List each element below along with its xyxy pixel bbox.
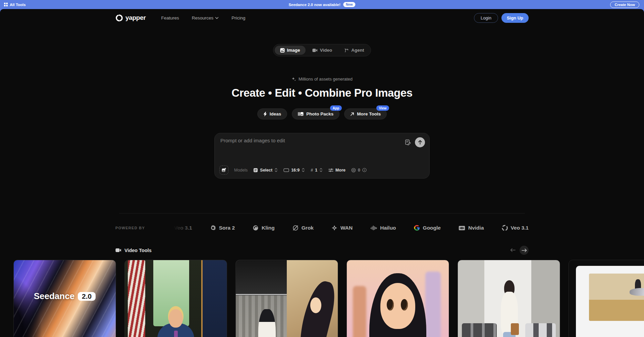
photo-packs-icon [298, 112, 304, 116]
enhance-prompt-icon[interactable] [405, 139, 411, 146]
hero-eyebrow: Millions of assets generated [0, 77, 644, 82]
card-art-figure [169, 309, 183, 328]
card-art-anime [287, 260, 338, 337]
nvidia-icon [459, 226, 465, 231]
banner-message: Seedance 2.0 now available! [288, 3, 340, 7]
unfold-icon [274, 168, 278, 172]
video-card-presidential-address[interactable] [124, 260, 227, 337]
veo-icon [165, 225, 171, 231]
video-card-seedance[interactable]: Seedance 2.0 [13, 260, 116, 337]
video-card-street-fashion[interactable] [458, 260, 560, 337]
card-art-cars [525, 323, 556, 337]
nav-links: Features Resources Pricing [161, 15, 246, 20]
brand-veo-2: Veo 3.1 [502, 225, 529, 231]
seedance-name: Seedance [34, 291, 74, 301]
nav-item-pricing[interactable]: Pricing [231, 15, 245, 20]
video-tools-title: Video Tools [115, 248, 152, 253]
google-icon [414, 225, 420, 231]
card-art-figure [635, 279, 641, 293]
card-art-figure [157, 323, 194, 337]
card-art-figure [380, 283, 415, 329]
card-art-figure [174, 331, 178, 337]
video-card-video-editor[interactable] [569, 260, 644, 337]
generate-button[interactable] [415, 137, 425, 147]
card-art-editor-panel [576, 266, 644, 337]
logo[interactable]: yapper [115, 14, 146, 22]
brand-google: Google [414, 225, 441, 231]
brand-grok: Grok [292, 225, 314, 231]
video-icon [312, 48, 318, 52]
brand-logo-strip: Veo 3.1 Sora 2 Kling Grok WAN Hailuo [165, 225, 529, 231]
login-button[interactable]: Login [474, 13, 498, 23]
image-plus-icon [222, 168, 226, 172]
credits-indicator: 0 [351, 168, 367, 173]
image-count-value: 1 [315, 168, 317, 173]
sparkles-icon [291, 77, 296, 82]
aspect-ratio-select[interactable]: 16:9 [283, 168, 305, 173]
video-card-dance-to-anime[interactable] [235, 260, 338, 337]
sora-icon [210, 225, 216, 231]
signup-button[interactable]: Sign Up [501, 13, 529, 23]
all-tools-label: All Tools [10, 3, 26, 7]
seedance-label: Seedance 2.0 [14, 291, 116, 301]
video-camera-icon [115, 248, 121, 252]
card-art-window [153, 260, 189, 326]
carousel-next-button[interactable] [520, 246, 529, 255]
create-now-button[interactable]: Create Now [610, 1, 639, 8]
bolt-icon [263, 112, 267, 116]
more-label: More [335, 168, 345, 173]
brand-wan: WAN [331, 225, 353, 231]
prompt-input[interactable] [220, 138, 378, 158]
veo-icon [502, 225, 508, 231]
tab-image[interactable]: Image [275, 46, 306, 55]
chevron-down-icon [215, 17, 219, 19]
card-art-figure [310, 297, 321, 313]
mode-tabs: Image Video Agent [273, 44, 371, 56]
card-art-editor-video [589, 274, 644, 321]
nav-item-features[interactable]: Features [161, 15, 179, 20]
page-title: Create • Edit • Combine Pro Images [0, 87, 644, 99]
model-select[interactable]: Select [253, 168, 278, 173]
tab-agent[interactable]: Agent [339, 46, 369, 55]
video-card-3d-character[interactable] [346, 260, 449, 337]
carousel-prev-button[interactable] [510, 247, 516, 253]
grok-icon [292, 225, 299, 231]
hash-icon: # [311, 168, 313, 173]
more-settings-button[interactable]: More [328, 168, 345, 173]
unfold-icon [302, 168, 305, 172]
image-count-stepper[interactable]: # 1 [311, 168, 323, 173]
yapper-logo-icon [115, 14, 123, 22]
brand-sora: Sora 2 [210, 225, 235, 231]
model-stack-icon [253, 168, 258, 173]
brand-veo: Veo 3.1 [165, 225, 192, 231]
arrow-up-right-icon [350, 112, 354, 116]
ideas-button[interactable]: Ideas [257, 108, 287, 119]
card-art-tower [425, 272, 441, 337]
view-badge: View [376, 105, 389, 111]
powered-by-row: POWERED BY Veo 3.1 Sora 2 Kling Grok WAN [115, 225, 529, 231]
kling-icon [253, 225, 259, 231]
nav-item-resources[interactable]: Resources [192, 15, 219, 20]
brand-hailuo: Hailuo [370, 225, 396, 231]
add-image-button[interactable] [219, 165, 228, 175]
section-divider [119, 213, 525, 213]
arrow-left-icon [510, 248, 516, 252]
image-icon [280, 48, 285, 53]
tab-video[interactable]: Video [307, 46, 338, 55]
app-badge: App [330, 105, 342, 111]
sliders-icon [328, 168, 333, 172]
models-label: Models [234, 168, 248, 173]
more-tools-button[interactable]: More Tools View [344, 108, 387, 119]
card-art-figure [401, 299, 408, 310]
card-art-cars [462, 323, 496, 337]
card-art-figure [503, 332, 515, 337]
card-art-tower [353, 286, 366, 337]
video-tools-carousel: Seedance 2.0 [0, 260, 644, 337]
photo-packs-button[interactable]: Photo Packs App [292, 108, 339, 119]
info-icon[interactable] [362, 168, 367, 172]
card-art-figure [258, 309, 276, 337]
card-art-studio [236, 260, 287, 337]
all-tools-button[interactable]: All Tools [0, 3, 26, 7]
card-art-motorcycle [630, 288, 644, 296]
unfold-icon [319, 168, 323, 172]
